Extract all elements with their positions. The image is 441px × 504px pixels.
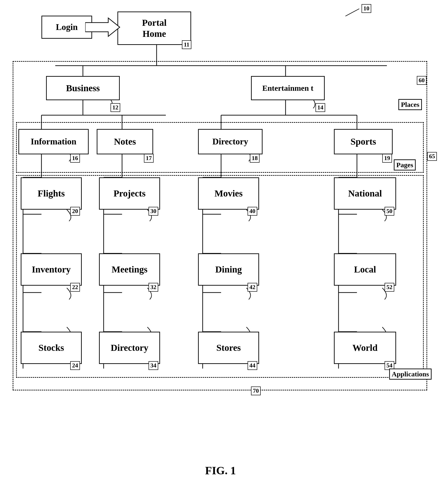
ref-18: 18 <box>250 154 260 163</box>
directory2-box: Directory <box>99 332 160 364</box>
directory1-box: Directory <box>198 129 263 154</box>
ref-24: 24 <box>70 361 80 370</box>
entertainment-box: Entertainmen t <box>251 76 325 100</box>
inventory-box: Inventory <box>21 253 82 286</box>
ref-34: 34 <box>149 361 158 370</box>
places-label: Places <box>398 99 422 110</box>
login-arrow <box>85 16 122 39</box>
stocks-box: Stocks <box>21 332 82 364</box>
notes-box: Notes <box>97 129 153 154</box>
ref-44: 44 <box>248 361 257 370</box>
ref-65: 65 <box>427 152 437 161</box>
information-box: Information <box>18 129 89 154</box>
local-box: Local <box>334 253 396 286</box>
meetings-box: Meetings <box>99 253 160 286</box>
ref-19: 19 <box>382 154 392 163</box>
portal-home-box: PortalHome <box>117 12 191 45</box>
ref-20: 20 <box>70 207 80 216</box>
movies-box: Movies <box>198 177 259 210</box>
svg-marker-43 <box>85 18 120 36</box>
ref-30: 30 <box>149 207 158 216</box>
ref-40: 40 <box>248 207 257 216</box>
ref-11: 11 <box>182 40 191 49</box>
sports-box: Sports <box>334 129 393 154</box>
ref-42: 42 <box>248 283 257 292</box>
dining-box: Dining <box>198 253 259 286</box>
business-box: Business <box>46 76 120 100</box>
login-box: Login <box>41 16 92 39</box>
flights-box: Flights <box>21 177 82 210</box>
diagram: 10 Login PortalHome 11 60 Business 12 En… <box>0 0 441 484</box>
ref-60: 60 <box>417 76 426 85</box>
ref-10: 10 <box>362 4 371 13</box>
ref-70: 70 <box>251 387 261 395</box>
world-box: World <box>334 332 396 364</box>
stores-box: Stores <box>198 332 259 364</box>
ref-32: 32 <box>149 283 158 292</box>
ref-22: 22 <box>70 283 80 292</box>
fig-caption: FIG. 1 <box>0 464 441 477</box>
applications-label: Applications <box>389 369 432 380</box>
projects-box: Projects <box>99 177 160 210</box>
pages-label: Pages <box>394 159 416 171</box>
ref-12: 12 <box>110 103 120 112</box>
svg-line-42 <box>346 9 359 16</box>
ref-16: 16 <box>70 154 80 163</box>
ref-50: 50 <box>385 207 394 216</box>
ref-14: 14 <box>315 103 325 112</box>
ref-17: 17 <box>144 154 154 163</box>
national-box: National <box>334 177 396 210</box>
ref-52: 52 <box>385 283 394 292</box>
